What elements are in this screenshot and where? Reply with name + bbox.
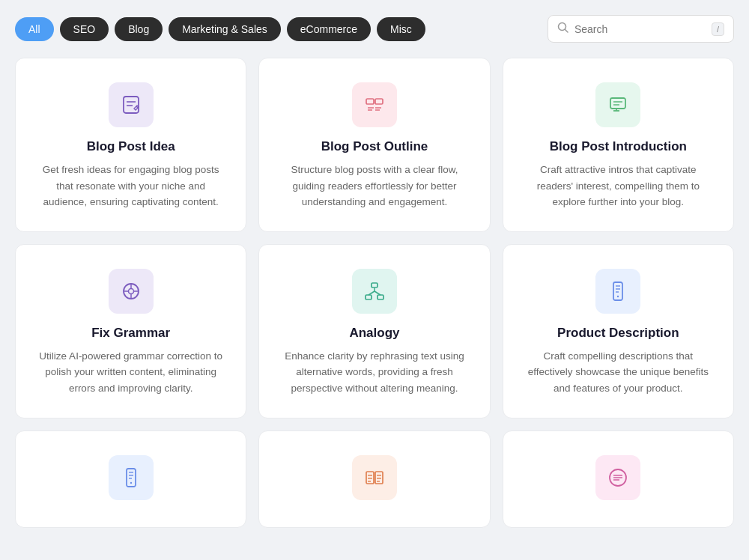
blog-post-outline-desc: Structure blog posts with a clear flow, …: [277, 162, 471, 210]
blog-post-outline-title: Blog Post Outline: [321, 139, 428, 154]
filter-ecommerce[interactable]: eCommerce: [287, 17, 371, 41]
card-product-description[interactable]: Product Description Craft compelling des…: [503, 244, 734, 419]
card-blog-post-idea[interactable]: Blog Post Idea Get fresh ideas for engag…: [15, 58, 246, 232]
blog-post-idea-icon: [109, 82, 154, 127]
blog-post-idea-title: Blog Post Idea: [87, 139, 175, 154]
fix-grammar-title: Fix Grammar: [91, 326, 170, 341]
search-shortcut-badge: /: [712, 22, 724, 36]
partial-3-icon: [595, 455, 640, 500]
product-description-title: Product Description: [557, 326, 679, 341]
card-partial-3[interactable]: [503, 430, 734, 528]
partial-2-icon: [352, 455, 397, 500]
blog-post-introduction-title: Blog Post Introduction: [550, 139, 687, 154]
card-blog-post-outline[interactable]: Blog Post Outline Structure blog posts w…: [258, 58, 490, 232]
filter-seo[interactable]: SEO: [60, 17, 109, 41]
svg-rect-2: [124, 97, 139, 113]
svg-line-28: [374, 291, 380, 295]
filter-bar: All SEO Blog Marketing & Sales eCommerce…: [15, 15, 734, 43]
blog-post-introduction-desc: Craft attractive intros that captivate r…: [521, 162, 715, 210]
svg-point-18: [128, 288, 133, 293]
svg-rect-24: [366, 295, 372, 299]
svg-rect-6: [366, 99, 374, 104]
svg-rect-25: [377, 295, 383, 299]
card-analogy[interactable]: Analogy Enhance clarity by rephrasing te…: [258, 244, 490, 419]
filter-all[interactable]: All: [15, 17, 54, 41]
analogy-icon: [352, 269, 397, 314]
card-partial-2[interactable]: [258, 430, 490, 528]
fix-grammar-desc: Utilize AI-powered grammar correction to…: [34, 348, 228, 397]
svg-rect-7: [375, 99, 383, 104]
analogy-title: Analogy: [349, 326, 399, 341]
svg-line-27: [369, 291, 374, 295]
filter-misc[interactable]: Misc: [377, 17, 425, 41]
partial-1-icon: [109, 455, 154, 500]
svg-rect-12: [610, 98, 625, 109]
analogy-desc: Enhance clarity by rephrasing text using…: [277, 348, 471, 397]
svg-rect-34: [127, 469, 136, 487]
svg-rect-23: [372, 283, 377, 287]
card-grid: Blog Post Idea Get fresh ideas for engag…: [15, 58, 734, 528]
blog-post-outline-icon: [352, 82, 397, 127]
blog-post-idea-desc: Get fresh ideas for engaging blog posts …: [34, 162, 228, 210]
product-description-desc: Craft compelling descriptions that effec…: [521, 348, 715, 397]
filter-blog[interactable]: Blog: [115, 17, 163, 41]
search-container: /: [548, 15, 734, 43]
blog-post-introduction-icon: [595, 82, 640, 127]
card-fix-grammar[interactable]: Fix Grammar Utilize AI-powered grammar c…: [15, 244, 246, 419]
filter-marketing[interactable]: Marketing & Sales: [169, 17, 281, 41]
search-input[interactable]: [574, 23, 706, 35]
svg-point-38: [130, 481, 131, 483]
search-icon: [557, 22, 568, 36]
svg-line-1: [565, 30, 568, 33]
product-description-icon: [595, 269, 640, 314]
card-blog-post-introduction[interactable]: Blog Post Introduction Craft attractive …: [503, 58, 734, 232]
svg-point-33: [617, 296, 619, 297]
svg-rect-29: [613, 282, 622, 300]
card-partial-1[interactable]: [15, 430, 246, 528]
fix-grammar-icon: [109, 269, 154, 314]
